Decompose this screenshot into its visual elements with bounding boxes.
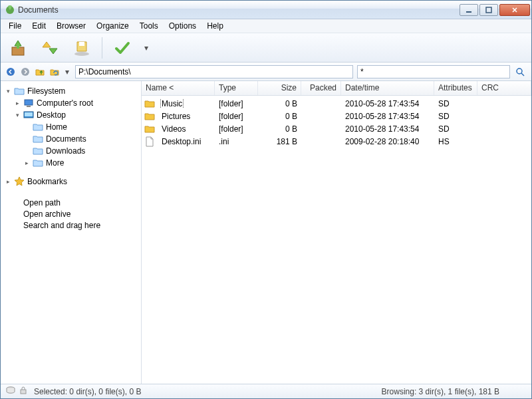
column-headers: Name < Type Size Packed Date/time Attrib… xyxy=(142,81,531,96)
action-open-archive[interactable]: Open archive xyxy=(23,209,140,221)
menu-options[interactable]: Options xyxy=(164,20,201,32)
cell-name: Pictures xyxy=(156,112,215,121)
folder-icon xyxy=(144,111,155,122)
header-name[interactable]: Name < xyxy=(142,81,215,95)
cell-date: 2010-05-28 17:43:54 xyxy=(341,124,434,134)
disk-icon xyxy=(6,386,15,396)
filter-input[interactable] xyxy=(357,65,510,78)
expand-toggle-icon[interactable]: ▾ xyxy=(14,112,21,119)
header-type[interactable]: Type xyxy=(215,81,258,95)
menu-file[interactable]: File xyxy=(3,20,27,32)
svg-rect-2 xyxy=(486,7,491,13)
cell-name: Desktop.ini xyxy=(156,137,215,146)
header-size[interactable]: Size xyxy=(258,81,301,95)
menu-browser[interactable]: Browser xyxy=(51,20,91,32)
main-area: ▾ Filesystem ▸ Computer's root ▾ Desktop… xyxy=(1,81,531,384)
toolbar-separator xyxy=(102,37,102,59)
tree-documents[interactable]: Documents xyxy=(2,133,140,145)
menubar: File Edit Browser Organize Tools Options… xyxy=(1,19,531,33)
cell-size: 0 B xyxy=(258,124,301,134)
cell-name: Music xyxy=(156,99,215,108)
folder-icon xyxy=(33,122,43,132)
sidebar: ▾ Filesystem ▸ Computer's root ▾ Desktop… xyxy=(1,81,142,384)
titlebar: Documents xyxy=(1,1,531,19)
tree-filesystem[interactable]: ▾ Filesystem xyxy=(2,85,140,97)
cell-name: Videos xyxy=(156,124,215,134)
add-button[interactable] xyxy=(38,36,62,60)
statusbar: Selected: 0 dir(s), 0 file(s), 0 B Brows… xyxy=(1,384,531,398)
expand-toggle-icon[interactable]: ▾ xyxy=(5,88,12,95)
nav-forward-button[interactable] xyxy=(19,66,31,78)
sidebar-actions: Open path Open archive Search and drag h… xyxy=(2,198,140,232)
cell-date: 2010-05-28 17:43:54 xyxy=(341,99,434,108)
close-button[interactable] xyxy=(499,4,530,16)
path-input[interactable] xyxy=(75,65,353,78)
svg-rect-11 xyxy=(25,100,33,105)
status-browsing: Browsing: 3 dir(s), 1 file(s), 181 B xyxy=(382,387,526,396)
expand-toggle-icon[interactable]: ▸ xyxy=(5,178,12,186)
minimize-button[interactable] xyxy=(460,4,478,16)
computer-icon xyxy=(23,98,34,108)
table-row[interactable]: Videos[folder]0 B2010-05-28 17:43:54SD xyxy=(142,122,531,135)
table-row[interactable]: Pictures[folder]0 B2010-05-28 17:43:54SD xyxy=(142,110,531,122)
svg-rect-6 xyxy=(79,42,84,46)
cell-type: .ini xyxy=(215,137,258,146)
window-controls xyxy=(460,4,530,16)
header-date[interactable]: Date/time xyxy=(341,81,434,95)
cell-size: 0 B xyxy=(258,112,301,121)
lock-icon xyxy=(19,386,27,396)
folder-icon xyxy=(14,86,25,96)
action-open-path[interactable]: Open path xyxy=(23,198,140,209)
table-row[interactable]: Desktop.ini.ini181 B2009-02-28 20:18:40H… xyxy=(142,135,531,148)
tree-computer-root[interactable]: ▸ Computer's root xyxy=(2,97,140,109)
nav-refresh-button[interactable] xyxy=(49,66,61,78)
save-button[interactable] xyxy=(70,36,94,60)
cell-type: [folder] xyxy=(215,112,258,121)
menu-edit[interactable]: Edit xyxy=(27,20,51,32)
folder-icon xyxy=(33,158,43,168)
test-button[interactable] xyxy=(110,36,134,60)
action-search-drag[interactable]: Search and drag here xyxy=(23,221,140,232)
nav-history-dropdown[interactable]: ▾ xyxy=(63,66,71,78)
svg-point-5 xyxy=(74,52,89,56)
menu-organize[interactable]: Organize xyxy=(91,20,134,32)
svg-rect-14 xyxy=(25,112,33,116)
cell-type: [folder] xyxy=(215,99,258,108)
toolbar-dropdown[interactable]: ▾ xyxy=(142,36,150,60)
menu-help[interactable]: Help xyxy=(201,20,229,32)
toolbar: ▾ xyxy=(1,33,531,63)
svg-rect-4 xyxy=(17,45,19,49)
expand-toggle-icon[interactable]: ▸ xyxy=(23,160,31,167)
tree-downloads[interactable]: Downloads xyxy=(2,145,140,157)
file-rows: Music[folder]0 B2010-05-28 17:43:54SDPic… xyxy=(142,96,531,384)
header-attributes[interactable]: Attributes xyxy=(434,81,477,95)
header-packed[interactable]: Packed xyxy=(301,81,341,95)
extract-button[interactable] xyxy=(6,36,30,60)
app-window: Documents File Edit Browser Organize Too… xyxy=(0,0,532,399)
folder-icon xyxy=(144,124,155,134)
nav-up-button[interactable] xyxy=(34,66,46,78)
cell-attr: HS xyxy=(434,137,477,146)
header-crc[interactable]: CRC xyxy=(477,81,531,95)
cell-size: 0 B xyxy=(258,99,301,108)
svg-rect-12 xyxy=(27,106,31,107)
desktop-icon xyxy=(23,110,34,120)
tree-home[interactable]: Home xyxy=(2,121,140,133)
file-icon xyxy=(144,136,155,147)
star-icon xyxy=(14,176,25,187)
cell-date: 2009-02-28 20:18:40 xyxy=(341,137,434,146)
svg-point-9 xyxy=(517,68,522,74)
tree-more[interactable]: ▸ More xyxy=(2,157,140,169)
expand-toggle-icon[interactable]: ▸ xyxy=(14,100,21,107)
cell-date: 2010-05-28 17:43:54 xyxy=(341,112,434,121)
tree-bookmarks[interactable]: ▸ Bookmarks xyxy=(2,176,140,188)
search-button[interactable] xyxy=(513,65,527,78)
maximize-button[interactable] xyxy=(479,4,498,16)
cell-attr: SD xyxy=(434,112,477,121)
file-list: Name < Type Size Packed Date/time Attrib… xyxy=(142,81,531,384)
table-row[interactable]: Music[folder]0 B2010-05-28 17:43:54SD xyxy=(142,97,531,110)
nav-back-button[interactable] xyxy=(5,66,17,78)
tree-desktop[interactable]: ▾ Desktop xyxy=(2,109,140,121)
menu-tools[interactable]: Tools xyxy=(134,20,164,32)
svg-point-7 xyxy=(7,68,15,76)
